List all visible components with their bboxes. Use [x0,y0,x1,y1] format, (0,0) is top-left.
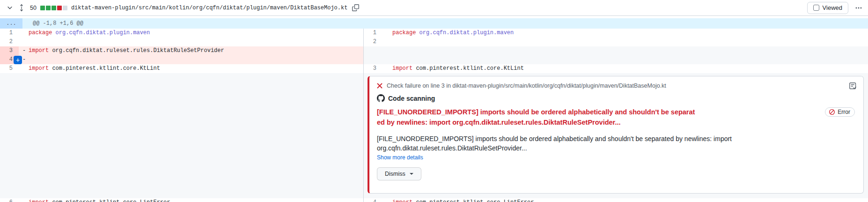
diffstat-square-added [40,6,45,10]
code-line: 5import com.pinterest.ktlint.core.KtLint [0,64,363,73]
code-line: 2 [364,37,868,46]
dismiss-button[interactable]: Dismiss [377,167,421,180]
code-line: 6import com.pinterest.ktlint.core.LintEr… [0,198,363,202]
hunk-header-text: @@ -1,8 +1,6 @@ [22,18,868,29]
diff-pane-new: 1package org.cqfn.diktat.plugin.maven23i… [364,29,868,202]
line-number[interactable]: 1 [364,29,383,37]
code-line: 1package org.cqfn.diktat.plugin.maven [364,29,868,37]
diffstat-square-deleted [57,6,62,10]
tasklist-details-icon[interactable] [848,81,858,91]
code-line: 4import com.pinterest.ktlint.core.LintEr… [364,198,868,202]
show-more-details-link[interactable]: Show more details [377,154,423,161]
code-text: import com.pinterest.ktlint.core.KtLint [19,64,363,73]
viewed-toggle-button[interactable]: Viewed [807,2,848,14]
hunk-header-row: ... @@ -1,8 +1,6 @@ [0,18,868,29]
viewed-label: Viewed [823,4,842,11]
code-text: package org.cqfn.diktat.plugin.maven [383,29,868,37]
code-text: package org.cqfn.diktat.plugin.maven [19,29,363,37]
file-diff-card: 50 diktat-maven-plugin/src/main/kotlin/o… [0,0,868,202]
code-line: 3-import org.cqfn.diktat.ruleset.rules.D… [0,46,363,55]
diffstat-square-added [51,6,56,10]
file-header: 50 diktat-maven-plugin/src/main/kotlin/o… [0,0,868,16]
expand-hunk-button[interactable]: ... [0,18,22,29]
check-failure-text: Check failure on line 3 in diktat-maven-… [387,82,666,89]
line-number[interactable]: 6 [0,198,19,202]
code-line: 4-+ [0,55,363,64]
code-line: 3import com.pinterest.ktlint.core.KtLint [364,64,868,73]
code-line: 1package org.cqfn.diktat.plugin.maven [0,29,363,37]
line-number[interactable]: 5 [0,64,19,73]
line-number[interactable]: 3 [0,46,19,55]
line-number[interactable]: 2 [364,37,383,46]
collapse-file-chevron-down-icon[interactable] [6,4,14,12]
line-number[interactable]: 1 [0,29,19,37]
viewed-checkbox[interactable] [813,5,819,11]
code-text: import com.pinterest.ktlint.core.KtLint [383,64,868,73]
diffstat-square-added [46,6,51,10]
diff-pane-old: 1package org.cqfn.diktat.plugin.maven23-… [0,29,364,202]
diffstat-square-neutral [63,6,67,10]
empty-filler-rows [364,46,868,64]
code-text: -import org.cqfn.diktat.ruleset.rules.Di… [19,46,363,55]
line-number[interactable]: 3 [364,64,383,73]
drag-handle-move-icon[interactable] [18,3,25,13]
line-number[interactable]: 2 [0,37,19,46]
code-line: 2 [0,37,363,46]
dismiss-label: Dismiss [385,171,405,177]
split-diff: 1package org.cqfn.diktat.plugin.maven23-… [0,29,868,202]
code-text: import com.pinterest.ktlint.core.LintErr… [19,198,363,202]
severity-badge: Error [825,107,855,117]
failure-x-icon [377,83,383,89]
code-text [383,37,868,46]
github-octocat-icon [377,94,385,102]
file-path[interactable]: diktat-maven-plugin/src/main/kotlin/org/… [71,5,348,11]
annotation-region: Check failure on line 3 in diktat-maven-… [364,73,868,198]
add-comment-button[interactable]: + [14,56,22,64]
circle-slash-icon [829,109,835,115]
kebab-menu-icon[interactable] [854,3,863,13]
annotation-title: [FILE_UNORDERED_IMPORTS] imports should … [377,107,696,128]
diffstat-squares [40,6,67,10]
line-number[interactable]: 4 [364,198,383,202]
caret-down-icon [410,173,413,175]
annotation-body: [FILE_UNORDERED_IMPORTS] imports should … [377,134,812,153]
annotation-filler-left [0,73,363,198]
code-scanning-annotation: Check failure on line 3 in diktat-maven-… [368,76,864,194]
severity-label: Error [838,109,850,115]
copy-path-icon[interactable] [351,3,360,12]
code-text [19,37,363,46]
code-text: - [19,55,363,64]
code-text: import com.pinterest.ktlint.core.LintErr… [383,198,868,202]
changes-count: 50 [30,5,37,11]
annotation-tool-name: Code scanning [388,95,435,102]
